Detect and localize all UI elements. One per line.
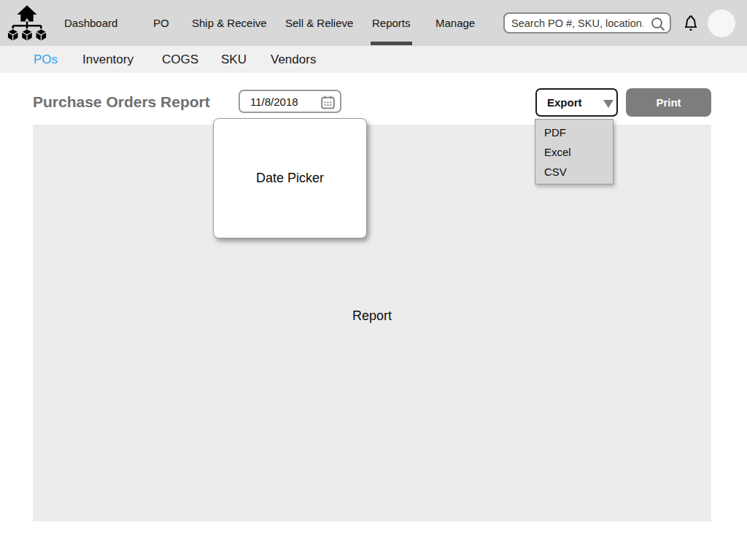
subnav-label: COGS: [162, 52, 198, 67]
nav-label: Dashboard: [64, 17, 117, 29]
nav-item-ship-receive[interactable]: Ship & Receive: [192, 0, 267, 46]
reports-sub-nav: POs Inventory COGS SKU Vendors: [0, 46, 747, 73]
nav-label: Sell & Relieve: [285, 17, 353, 29]
subnav-label: Vendors: [271, 52, 316, 67]
date-picker-label: Date Picker: [256, 171, 324, 186]
calendar-icon[interactable]: [320, 95, 336, 113]
print-button-label: Print: [656, 96, 681, 109]
export-button[interactable]: Export: [535, 88, 618, 117]
nav-item-manage[interactable]: Manage: [436, 0, 475, 46]
export-dropdown-menu: PDF Excel CSV: [535, 119, 614, 184]
date-input[interactable]: [240, 96, 313, 108]
date-picker-popup[interactable]: Date Picker: [213, 118, 367, 238]
notifications-bell-icon[interactable]: [683, 13, 699, 36]
user-avatar[interactable]: [708, 9, 735, 37]
chevron-down-icon: [603, 100, 614, 108]
subnav-label: POs: [34, 52, 58, 67]
app-logo-icon[interactable]: [7, 4, 47, 44]
subnav-label: Inventory: [82, 52, 133, 67]
nav-label: Ship & Receive: [192, 17, 267, 29]
nav-label: PO: [153, 17, 169, 29]
nav-item-sell-relieve[interactable]: Sell & Relieve: [285, 0, 353, 46]
report-date-field[interactable]: [239, 90, 341, 113]
subnav-item-cogs[interactable]: COGS: [162, 46, 198, 73]
subnav-item-sku[interactable]: SKU: [221, 46, 247, 73]
print-button[interactable]: Print: [626, 88, 711, 117]
nav-item-po[interactable]: PO: [153, 0, 169, 46]
subnav-item-vendors[interactable]: Vendors: [271, 46, 316, 73]
nav-label: Manage: [436, 17, 475, 29]
page-title: Purchase Orders Report: [33, 93, 210, 111]
subnav-label: SKU: [221, 52, 247, 67]
export-option-csv[interactable]: CSV: [535, 162, 613, 182]
search-icon[interactable]: [650, 16, 666, 35]
export-button-label: Export: [547, 96, 582, 109]
export-option-excel[interactable]: Excel: [535, 142, 613, 162]
report-placeholder-label: Report: [33, 308, 711, 324]
nav-label: Reports: [372, 17, 411, 29]
nav-item-dashboard[interactable]: Dashboard: [64, 0, 117, 46]
search-input[interactable]: [505, 18, 643, 29]
subnav-item-pos[interactable]: POs: [34, 46, 58, 73]
top-nav-bar: Dashboard PO Ship & Receive Sell & Relie…: [0, 0, 747, 46]
active-underline: [371, 42, 412, 45]
export-option-pdf[interactable]: PDF: [535, 122, 613, 142]
nav-item-reports[interactable]: Reports: [372, 0, 411, 46]
global-search-box[interactable]: [503, 12, 671, 34]
subnav-item-inventory[interactable]: Inventory: [82, 46, 133, 73]
